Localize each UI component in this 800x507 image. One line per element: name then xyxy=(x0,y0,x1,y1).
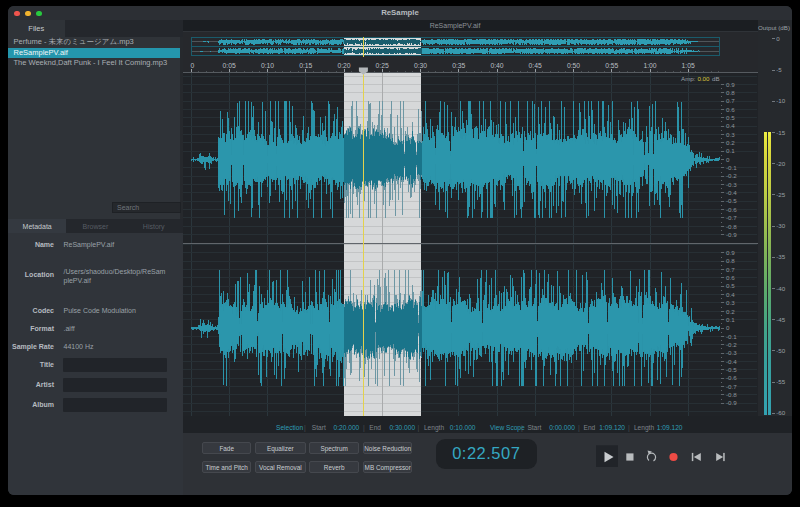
svg-text:0.9: 0.9 xyxy=(726,249,735,256)
svg-text:-0.3: -0.3 xyxy=(726,349,737,356)
svg-text:0.5: 0.5 xyxy=(726,282,735,289)
svg-text:-0.8: -0.8 xyxy=(726,391,737,398)
svg-text:0.9: 0.9 xyxy=(726,81,735,88)
svg-text:0.1: 0.1 xyxy=(726,316,735,323)
svg-text:-10: -10 xyxy=(776,97,786,104)
svg-text:0.6: 0.6 xyxy=(726,106,735,113)
svg-text:0.2: 0.2 xyxy=(726,139,735,146)
svg-text:-0.8: -0.8 xyxy=(726,223,737,230)
svg-text:0.1: 0.1 xyxy=(726,147,735,154)
svg-text:Amp:: Amp: xyxy=(681,75,696,82)
svg-text:-0.9: -0.9 xyxy=(726,399,737,406)
svg-text:-0.4: -0.4 xyxy=(726,358,737,365)
svg-text:-0.5: -0.5 xyxy=(726,366,737,373)
svg-text:0: 0 xyxy=(776,35,780,42)
svg-text:0.2: 0.2 xyxy=(726,308,735,315)
svg-text:-25: -25 xyxy=(776,191,786,198)
svg-text:-0.9: -0.9 xyxy=(726,231,737,238)
svg-text:-5: -5 xyxy=(776,66,782,73)
svg-text:-40: -40 xyxy=(776,284,786,291)
svg-text:-0.1: -0.1 xyxy=(726,164,737,171)
svg-text:0.6: 0.6 xyxy=(726,274,735,281)
svg-text:0.8: 0.8 xyxy=(726,257,735,264)
svg-text:0.4: 0.4 xyxy=(726,291,735,298)
svg-text:0: 0 xyxy=(726,156,730,163)
svg-text:0.8: 0.8 xyxy=(726,89,735,96)
svg-text:-0.7: -0.7 xyxy=(726,214,737,221)
svg-text:0.7: 0.7 xyxy=(726,97,735,104)
svg-text:-0.2: -0.2 xyxy=(726,341,737,348)
svg-text:-0.6: -0.6 xyxy=(726,374,737,381)
svg-text:0.4: 0.4 xyxy=(726,122,735,129)
svg-text:-0.5: -0.5 xyxy=(726,197,737,204)
svg-text:-0.6: -0.6 xyxy=(726,206,737,213)
svg-text:-15: -15 xyxy=(776,128,786,135)
svg-text:0.00: 0.00 xyxy=(697,75,710,82)
svg-text:-20: -20 xyxy=(776,159,786,166)
svg-text:0: 0 xyxy=(726,324,730,331)
svg-text:0.5: 0.5 xyxy=(726,114,735,121)
svg-text:-45: -45 xyxy=(776,315,786,322)
svg-text:-0.4: -0.4 xyxy=(726,189,737,196)
svg-text:0.3: 0.3 xyxy=(726,131,735,138)
svg-text:-0.1: -0.1 xyxy=(726,333,737,340)
svg-text:-30: -30 xyxy=(776,222,786,229)
svg-text:-35: -35 xyxy=(776,253,786,260)
svg-text:-55: -55 xyxy=(776,378,786,385)
svg-text:0.3: 0.3 xyxy=(726,299,735,306)
svg-text:dB: dB xyxy=(712,75,720,82)
svg-text:-50: -50 xyxy=(776,347,786,354)
svg-text:-0.2: -0.2 xyxy=(726,172,737,179)
svg-text:-0.3: -0.3 xyxy=(726,181,737,188)
svg-text:0.7: 0.7 xyxy=(726,266,735,273)
svg-text:-0.7: -0.7 xyxy=(726,383,737,390)
